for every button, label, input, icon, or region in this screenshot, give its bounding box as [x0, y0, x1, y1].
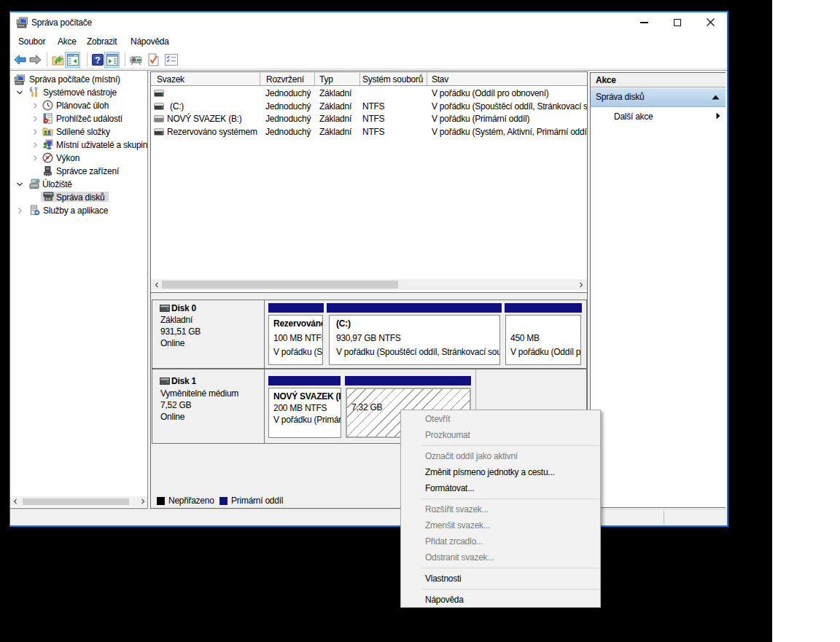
svg-text:?: ? — [95, 55, 100, 66]
